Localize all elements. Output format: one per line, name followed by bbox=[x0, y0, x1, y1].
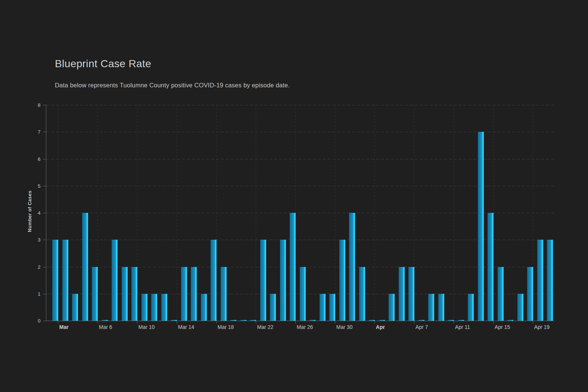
bar[interactable] bbox=[72, 294, 78, 321]
bar[interactable] bbox=[329, 294, 335, 321]
bar[interactable] bbox=[131, 267, 137, 321]
bar[interactable] bbox=[488, 213, 494, 321]
bar[interactable] bbox=[92, 267, 98, 321]
x-axis-tick bbox=[414, 321, 414, 324]
y-axis-tick bbox=[43, 132, 46, 132]
bar[interactable] bbox=[82, 213, 88, 321]
y-tick-label: 1 bbox=[24, 292, 41, 297]
bar[interactable] bbox=[221, 267, 227, 321]
x-tick-label: Mar 14 bbox=[178, 324, 195, 330]
x-axis-tick bbox=[454, 321, 454, 324]
y-axis-tick bbox=[43, 213, 46, 213]
y-axis-tick bbox=[43, 240, 46, 240]
x-tick-label: Mar 22 bbox=[257, 324, 274, 330]
x-tick-label: Apr 15 bbox=[495, 324, 510, 330]
bar[interactable] bbox=[379, 320, 385, 321]
bar[interactable] bbox=[122, 267, 128, 321]
y-tick-label: 8 bbox=[24, 103, 41, 108]
x-axis-tick bbox=[58, 321, 58, 324]
y-axis-tick bbox=[43, 294, 46, 294]
bar[interactable] bbox=[428, 294, 434, 321]
dashboard-panel: Blueprint Case Rate Data below represent… bbox=[0, 0, 588, 392]
y-axis-tick bbox=[43, 105, 46, 105]
y-tick-label: 0 bbox=[24, 318, 41, 324]
bar[interactable] bbox=[408, 267, 414, 321]
bar[interactable] bbox=[280, 240, 286, 321]
bar[interactable] bbox=[240, 320, 246, 321]
x-gridline bbox=[256, 105, 256, 321]
bar[interactable] bbox=[359, 267, 365, 321]
x-tick-label: Mar bbox=[59, 324, 69, 330]
bar[interactable] bbox=[260, 240, 266, 321]
bar[interactable] bbox=[151, 294, 157, 321]
bar[interactable] bbox=[300, 267, 306, 321]
y-tick-label: 4 bbox=[24, 211, 41, 216]
serial-chart-plot: 012345678MarMar 6Mar 10Mar 14Mar 18Mar 2… bbox=[0, 0, 588, 392]
bar[interactable] bbox=[419, 320, 424, 321]
bar[interactable] bbox=[458, 320, 464, 321]
x-gridline bbox=[335, 105, 335, 321]
bar[interactable] bbox=[141, 294, 147, 321]
x-axis-tick bbox=[374, 321, 375, 324]
bar[interactable] bbox=[290, 213, 296, 321]
bar[interactable] bbox=[517, 294, 523, 321]
bar[interactable] bbox=[478, 132, 484, 321]
bar[interactable] bbox=[369, 320, 375, 321]
y-tick-label: 7 bbox=[24, 130, 41, 135]
bar[interactable] bbox=[161, 294, 167, 321]
bar[interactable] bbox=[309, 320, 315, 321]
y-axis-tick bbox=[43, 321, 46, 321]
x-axis-tick bbox=[295, 321, 296, 324]
x-tick-label: Apr 19 bbox=[534, 324, 550, 330]
x-gridline bbox=[177, 105, 177, 321]
bar[interactable] bbox=[211, 240, 217, 321]
y-axis-tick bbox=[43, 267, 46, 267]
y-axis-tick bbox=[43, 186, 46, 186]
y-axis-line bbox=[46, 105, 46, 321]
x-tick-label: Mar 6 bbox=[99, 324, 112, 330]
bar[interactable] bbox=[547, 240, 553, 321]
bar[interactable] bbox=[102, 320, 108, 321]
bar[interactable] bbox=[448, 320, 454, 321]
bar[interactable] bbox=[230, 320, 236, 321]
bar[interactable] bbox=[201, 294, 207, 321]
y-tick-label: 3 bbox=[24, 237, 41, 243]
bar[interactable] bbox=[438, 294, 444, 321]
x-tick-label: Apr bbox=[376, 324, 385, 330]
bar[interactable] bbox=[389, 294, 395, 321]
bar[interactable] bbox=[320, 294, 326, 321]
x-axis-tick bbox=[177, 321, 177, 324]
x-axis-tick bbox=[216, 321, 217, 324]
bar[interactable] bbox=[527, 267, 533, 321]
y-tick-label: 2 bbox=[24, 265, 41, 270]
bar[interactable] bbox=[250, 320, 256, 321]
x-axis-tick bbox=[493, 321, 494, 324]
bar[interactable] bbox=[468, 294, 474, 321]
bar[interactable] bbox=[52, 240, 58, 321]
bar[interactable] bbox=[112, 240, 118, 321]
bar[interactable] bbox=[537, 240, 543, 321]
bar[interactable] bbox=[191, 267, 197, 321]
x-axis-tick bbox=[335, 321, 335, 324]
x-tick-label: Mar 30 bbox=[336, 324, 353, 330]
bar[interactable] bbox=[171, 320, 177, 321]
x-axis-tick bbox=[137, 321, 137, 324]
x-gridline bbox=[374, 105, 375, 321]
bar[interactable] bbox=[507, 320, 513, 321]
x-tick-label: Mar 10 bbox=[139, 324, 155, 330]
x-axis-tick bbox=[256, 321, 256, 324]
x-axis-tick bbox=[97, 321, 98, 324]
bar[interactable] bbox=[349, 213, 355, 321]
bar[interactable] bbox=[62, 240, 68, 321]
x-tick-label: Mar 18 bbox=[218, 324, 234, 330]
bar[interactable] bbox=[399, 267, 405, 321]
bar[interactable] bbox=[270, 294, 276, 321]
y-tick-label: 5 bbox=[24, 184, 41, 189]
bar[interactable] bbox=[498, 267, 504, 321]
bar[interactable] bbox=[339, 240, 345, 321]
x-tick-label: Apr 11 bbox=[455, 324, 470, 330]
y-gridline bbox=[46, 105, 555, 105]
x-axis-tick bbox=[533, 321, 533, 324]
bar[interactable] bbox=[181, 267, 187, 321]
y-tick-label: 6 bbox=[24, 157, 41, 162]
